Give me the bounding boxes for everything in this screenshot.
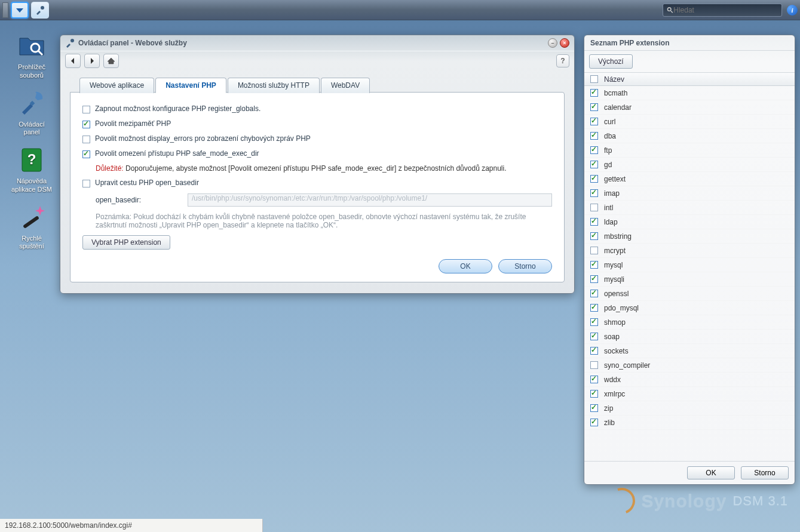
cancel-button[interactable]: Storno (498, 259, 552, 273)
list-item[interactable]: curl (584, 115, 795, 129)
panel-cancel-button[interactable]: Storno (741, 466, 789, 479)
default-button[interactable]: Výchozí (589, 54, 633, 69)
extension-checkbox[interactable] (590, 103, 598, 111)
extension-name: mcrypt (604, 247, 626, 255)
panel-title[interactable]: Seznam PHP extension (584, 35, 795, 51)
close-button[interactable]: × (560, 38, 569, 48)
extension-checkbox[interactable] (590, 333, 598, 340)
list-item[interactable]: soap (584, 330, 795, 344)
ok-button[interactable]: OK (439, 259, 492, 273)
extension-checkbox[interactable] (590, 304, 598, 312)
extension-checkbox[interactable] (590, 404, 598, 412)
desktop-icon-dsm-help[interactable]: ? Nápověda aplikace DSM (8, 144, 56, 194)
extension-name: curl (604, 118, 615, 126)
extension-name: mysql (604, 261, 623, 269)
chevron-down-icon (15, 5, 24, 15)
nav-home-button[interactable] (103, 54, 119, 68)
extension-checkbox[interactable] (590, 89, 598, 97)
extension-checkbox[interactable] (590, 376, 598, 383)
tab-web-apps[interactable]: Webové aplikace (79, 78, 154, 93)
tab-php-settings[interactable]: Nastavení PHP (155, 78, 226, 93)
extension-checkbox[interactable] (590, 361, 598, 369)
list-item[interactable]: mbstring (584, 229, 795, 244)
checkbox-safe-mode[interactable] (82, 150, 90, 158)
checkbox-open-basedir-edit[interactable] (82, 180, 90, 187)
extension-checkbox[interactable] (590, 146, 598, 154)
tab-webdav[interactable]: WebDAV (321, 78, 370, 93)
extension-checkbox[interactable] (590, 204, 598, 211)
search-input[interactable] (673, 6, 778, 14)
important-prefix: Důležité: (96, 164, 124, 173)
status-bar: 192.168.2.100:5000/webman/index.cgi# (0, 519, 263, 532)
list-item[interactable]: mysqli (584, 272, 795, 287)
extension-checkbox[interactable] (590, 318, 598, 326)
desktop-icons: Prohlížeč souborů Ovládací panel ? Nápov… (5, 30, 59, 251)
list-item[interactable]: zlib (584, 416, 795, 430)
show-desktop-button[interactable] (2, 2, 8, 18)
extension-checkbox[interactable] (590, 275, 598, 283)
extension-list[interactable]: bcmathcalendarcurldbaftpgdgettextimapint… (584, 86, 795, 461)
list-item[interactable]: gettext (584, 172, 795, 186)
info-icon[interactable]: i (787, 5, 798, 16)
list-item[interactable]: xmlrpc (584, 387, 795, 401)
extension-checkbox[interactable] (590, 390, 598, 398)
list-item[interactable]: pdo_mysql (584, 301, 795, 315)
panel-ok-button[interactable]: OK (687, 466, 735, 479)
nav-back-button[interactable] (65, 54, 81, 68)
list-item[interactable]: intl (584, 201, 795, 215)
svg-marker-0 (16, 8, 23, 13)
list-item[interactable]: zip (584, 401, 795, 416)
list-item[interactable]: sockets (584, 344, 795, 358)
extension-checkbox[interactable] (590, 419, 598, 426)
desktop-icon-control-panel[interactable]: Ovládací panel (8, 87, 56, 137)
extension-name: ldap (604, 218, 618, 226)
list-item[interactable]: ldap (584, 215, 795, 229)
list-item[interactable]: openssl (584, 287, 795, 301)
select-all-checkbox[interactable] (590, 75, 598, 83)
extension-checkbox[interactable] (590, 189, 598, 197)
select-php-extension-button[interactable]: Vybrat PHP extension (82, 235, 170, 250)
arrow-right-icon (88, 57, 96, 64)
label-display-errors: Povolit možnost display_errors pro zobra… (95, 134, 311, 143)
help-button[interactable]: ? (556, 54, 569, 67)
desktop-icon-quick-start[interactable]: Rychlé spuštění (8, 201, 56, 251)
list-item[interactable]: gd (584, 158, 795, 172)
minimize-button[interactable]: – (548, 38, 557, 48)
extension-checkbox[interactable] (590, 132, 598, 140)
checkbox-display-errors[interactable] (82, 136, 90, 143)
search-box[interactable] (663, 4, 782, 17)
extension-checkbox[interactable] (590, 261, 598, 269)
task-control-panel-button[interactable] (31, 2, 49, 19)
note-open-basedir: Poznámka: Pokud dochází k chybám kvůli c… (96, 213, 552, 229)
extension-checkbox[interactable] (590, 290, 598, 297)
list-item[interactable]: ftp (584, 143, 795, 158)
extension-checkbox[interactable] (590, 232, 598, 240)
nav-forward-button[interactable] (84, 54, 100, 68)
extension-checkbox[interactable] (590, 161, 598, 168)
extension-checkbox[interactable] (590, 347, 598, 355)
extension-checkbox[interactable] (590, 118, 598, 125)
checkbox-register-globals[interactable] (82, 106, 90, 113)
list-item[interactable]: shmop (584, 315, 795, 330)
window-titlebar[interactable]: Ovládací panel - Webové služby – × (60, 35, 574, 51)
list-item[interactable]: dba (584, 129, 795, 143)
desktop-icon-file-browser[interactable]: Prohlížeč souborů (8, 30, 56, 80)
list-item[interactable]: wddx (584, 373, 795, 387)
extension-checkbox[interactable] (590, 247, 598, 254)
column-header-name[interactable]: Název (604, 75, 624, 84)
list-item[interactable]: syno_compiler (584, 358, 795, 373)
list-item[interactable]: imap (584, 186, 795, 201)
extension-name: shmop (604, 318, 626, 327)
extension-name: syno_compiler (604, 361, 650, 370)
extension-checkbox[interactable] (590, 218, 598, 226)
main-menu-button[interactable] (11, 2, 29, 19)
list-item[interactable]: mysql (584, 258, 795, 272)
list-item[interactable]: bcmath (584, 86, 795, 100)
extension-name: xmlrpc (604, 390, 625, 398)
status-text: 192.168.2.100:5000/webman/index.cgi# (5, 521, 132, 530)
list-item[interactable]: calendar (584, 100, 795, 115)
list-item[interactable]: mcrypt (584, 244, 795, 258)
tab-http-options[interactable]: Možnosti služby HTTP (228, 78, 320, 93)
extension-checkbox[interactable] (590, 175, 598, 183)
checkbox-php-cache[interactable] (82, 121, 90, 128)
